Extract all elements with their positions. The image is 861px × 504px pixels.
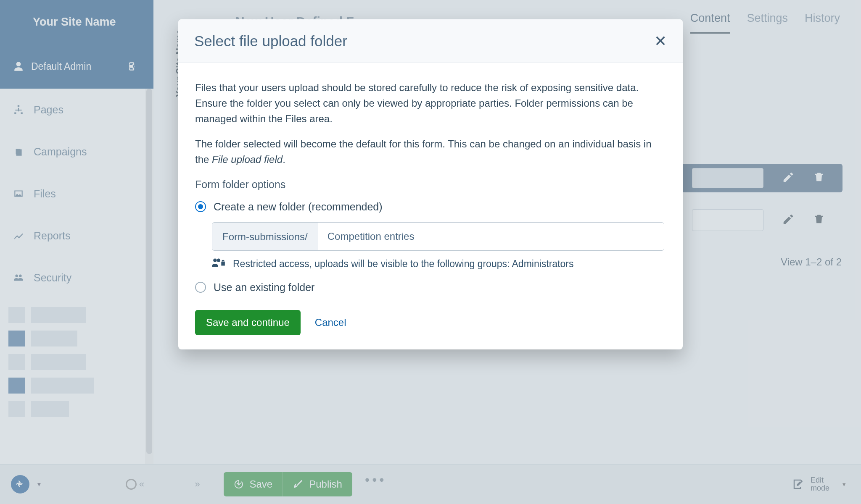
folder-path-prefix: Form-submissions/ <box>212 223 318 250</box>
svg-point-0 <box>213 259 217 262</box>
modal-header: Select file upload folder ✕ <box>178 19 683 63</box>
lock-users-icon <box>212 257 226 272</box>
form-folder-options-label: Form folder options <box>195 176 666 193</box>
radio-label: Create a new folder (recommended) <box>214 199 383 215</box>
modal-backdrop[interactable] <box>0 0 861 504</box>
modal-title: Select file upload folder <box>194 33 347 50</box>
radio-create-new-folder[interactable]: Create a new folder (recommended) <box>195 199 666 215</box>
restricted-access-text: Restricted access, uploads will be visib… <box>233 257 574 272</box>
radio-unchecked-icon <box>195 282 206 293</box>
new-folder-name-input[interactable] <box>318 223 664 250</box>
new-folder-input-group: Form-submissions/ <box>212 222 664 251</box>
radio-checked-icon <box>195 201 206 212</box>
radio-use-existing-folder[interactable]: Use an existing folder <box>195 279 666 296</box>
radio-label: Use an existing folder <box>214 279 314 296</box>
modal-description-2: The folder selected will become the defa… <box>195 136 666 167</box>
close-icon[interactable]: ✕ <box>654 34 667 49</box>
svg-point-1 <box>217 259 221 262</box>
restricted-access-note: Restricted access, uploads will be visib… <box>212 257 666 272</box>
cancel-button[interactable]: Cancel <box>315 315 346 330</box>
save-and-continue-button[interactable]: Save and continue <box>195 310 301 335</box>
modal-description-1: Files that your users upload should be s… <box>195 80 666 127</box>
